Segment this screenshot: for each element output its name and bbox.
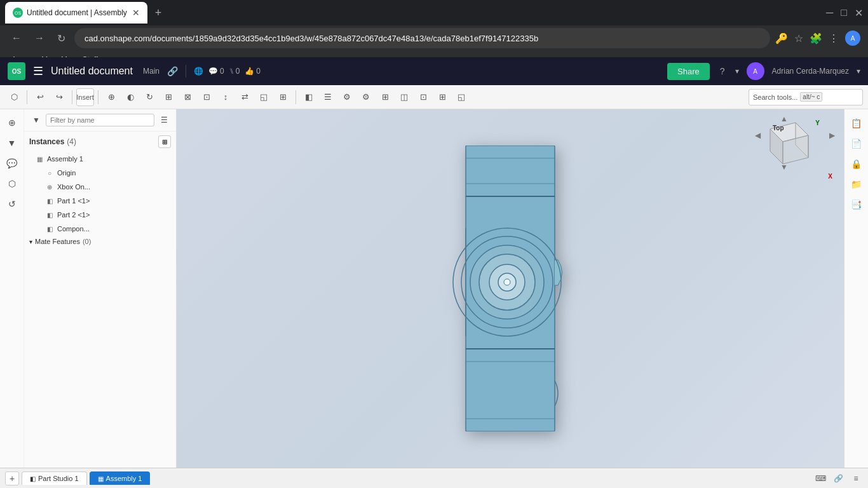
forward-button[interactable]: →: [31, 31, 48, 45]
part2-person-icon[interactable]: 👤: [163, 212, 171, 219]
toolbar-redo[interactable]: ↪: [50, 88, 68, 106]
tab-close-button[interactable]: ✕: [132, 8, 140, 18]
versions-icon[interactable]: ⑊ 0: [229, 67, 240, 76]
share-button[interactable]: Share: [667, 63, 710, 80]
cube-down-arrow[interactable]: ▼: [780, 163, 788, 172]
bottom-icon2[interactable]: 🔗: [831, 471, 845, 485]
tree-part2[interactable]: ◧ Part 2 <1> 👤: [24, 208, 176, 222]
toolbar-rel[interactable]: ◫: [395, 88, 413, 106]
toolbar-translate[interactable]: ⊞: [159, 88, 177, 106]
viewport[interactable]: Top X Y ▲ ▼ ◀ ▶: [177, 109, 844, 468]
toolbar-view1[interactable]: ◧: [300, 88, 318, 106]
extension-icon[interactable]: 🧩: [810, 32, 822, 44]
part1-person-icon[interactable]: 👤: [163, 198, 171, 205]
toolbar-view2[interactable]: ☰: [319, 88, 337, 106]
select-tool[interactable]: ⊕: [3, 113, 22, 132]
toolbar-grid[interactable]: ⊞: [376, 88, 394, 106]
filter-tool[interactable]: ▼: [3, 133, 22, 152]
toolbar-rotate[interactable]: ↻: [140, 88, 158, 106]
bottom-tab-bar: + ◧ Part Studio 1 ▦ Assembly 1 ⌨ 🔗 ≡: [0, 468, 868, 488]
filter-input[interactable]: [46, 114, 154, 126]
right-panel-icon1[interactable]: 📋: [848, 114, 865, 132]
help-button[interactable]: ?: [717, 64, 728, 79]
toolbar-animate[interactable]: ⊞: [433, 88, 451, 106]
tab-assembly1[interactable]: ▦ Assembly 1: [90, 471, 151, 485]
maximize-button[interactable]: □: [841, 7, 847, 18]
toolbar-gear[interactable]: ⚙: [338, 88, 356, 106]
cube-left-arrow[interactable]: ◀: [755, 131, 761, 140]
toolbar-snap[interactable]: ⊕: [102, 88, 120, 106]
feature-tree: ▼ ☰ Instances (4) ⊞ ▦ Assembly 1 ○ Origi…: [24, 109, 177, 468]
part-tool[interactable]: ⬡: [3, 174, 22, 193]
part2-icon: ◧: [44, 210, 55, 220]
tree-xbox[interactable]: ⊕ Xbox On... 👤 ⋮: [24, 180, 176, 194]
toolbar-pattern[interactable]: ◱: [255, 88, 273, 106]
assembly1-tab-label: Assembly 1: [106, 475, 142, 482]
xbox-person-icon[interactable]: 👤: [156, 184, 163, 191]
user-dropdown[interactable]: ▾: [857, 67, 860, 76]
xbox-more-icon[interactable]: ⋮: [165, 184, 171, 191]
comment-tool[interactable]: 💬: [3, 154, 22, 173]
expand-instances-button[interactable]: ⊞: [158, 135, 171, 148]
cube-up-arrow[interactable]: ▲: [780, 114, 788, 123]
tree-assembly1[interactable]: ▦ Assembly 1: [24, 152, 176, 166]
toolbar-mate[interactable]: ⊠: [179, 88, 196, 106]
assembly1-label: Assembly 1: [47, 155, 171, 163]
bottom-icon1[interactable]: ⌨: [813, 471, 827, 485]
comments-icon[interactable]: 💬 0: [208, 67, 224, 76]
profile-icon[interactable]: A: [845, 30, 860, 46]
active-tab[interactable]: OS Untitled document | Assembly ✕: [5, 2, 147, 24]
toolbar-insert[interactable]: Insert: [76, 88, 94, 106]
toolbar-fix[interactable]: ⊡: [198, 88, 215, 106]
tree-origin[interactable]: ○ Origin: [24, 166, 176, 180]
back-button[interactable]: ←: [8, 31, 25, 45]
bottom-icon3[interactable]: ≡: [849, 471, 863, 485]
toolbar-undo[interactable]: ↩: [31, 88, 49, 106]
left-icon-bar: ⊕ ▼ 💬 ⬡ ↺: [0, 109, 24, 468]
bookmark-icon[interactable]: ☆: [794, 32, 803, 44]
measure-tool[interactable]: ↺: [3, 194, 22, 214]
tree-part1[interactable]: ◧ Part 1 <1> 👤: [24, 194, 176, 208]
tree-component[interactable]: ◧ Compon... 👤 ⋮: [24, 222, 176, 236]
right-panel-icon4[interactable]: 📁: [848, 175, 865, 193]
address-bar[interactable]: [74, 28, 770, 48]
mate-features-count: (0): [83, 238, 91, 245]
3d-part: [447, 146, 574, 431]
mate-features-header[interactable]: ▾ Mate Features (0): [24, 236, 176, 247]
cube-right-arrow[interactable]: ▶: [829, 131, 835, 140]
link-icon[interactable]: 🔗: [167, 66, 178, 76]
search-tools-label: Search tools...: [753, 93, 797, 101]
toolbar-collision[interactable]: ⊡: [414, 88, 432, 106]
onshape-logo: OS: [8, 62, 25, 80]
add-tab-button[interactable]: +: [5, 471, 19, 485]
minimize-button[interactable]: ─: [826, 7, 833, 18]
help-dropdown[interactable]: ▾: [735, 67, 739, 76]
right-panel-icon2[interactable]: 📄: [848, 135, 865, 152]
close-window-button[interactable]: ✕: [855, 7, 863, 19]
toolbar-mirror[interactable]: ⊞: [274, 88, 292, 106]
toolbar-move[interactable]: ↕: [217, 88, 234, 106]
search-tools-box[interactable]: Search tools... alt/~ c: [749, 89, 863, 105]
part1-label: Part 1 <1>: [57, 197, 163, 205]
password-icon[interactable]: 🔑: [775, 32, 788, 44]
toolbar-select[interactable]: ⬡: [5, 88, 23, 106]
user-name[interactable]: Adrian Cerda-Marquez: [772, 67, 849, 76]
filter-icon[interactable]: ▼: [29, 113, 43, 127]
likes-icon[interactable]: 👍 0: [245, 67, 261, 76]
settings-icon[interactable]: ⋮: [829, 32, 839, 44]
right-panel-icon5[interactable]: 📑: [848, 196, 865, 214]
comp-more-icon[interactable]: ⋮: [165, 226, 171, 233]
toolbar-align[interactable]: ⇄: [236, 88, 254, 106]
menu-button[interactable]: ☰: [33, 64, 43, 78]
toolbar-gear2[interactable]: ⚙: [357, 88, 375, 106]
refresh-button[interactable]: ↻: [53, 31, 69, 46]
right-panel-icon3[interactable]: 🔒: [848, 155, 865, 173]
new-tab-area[interactable]: +: [150, 2, 162, 24]
comp-person-icon[interactable]: 👤: [156, 226, 163, 233]
new-tab-button[interactable]: +: [155, 6, 162, 20]
list-options-icon[interactable]: ☰: [157, 113, 171, 127]
toolbar-transform[interactable]: ◐: [121, 88, 139, 106]
view-cube-top-label: Top: [773, 125, 784, 132]
toolbar-export[interactable]: ◱: [452, 88, 470, 106]
tab-part-studio[interactable]: ◧ Part Studio 1: [22, 471, 87, 485]
